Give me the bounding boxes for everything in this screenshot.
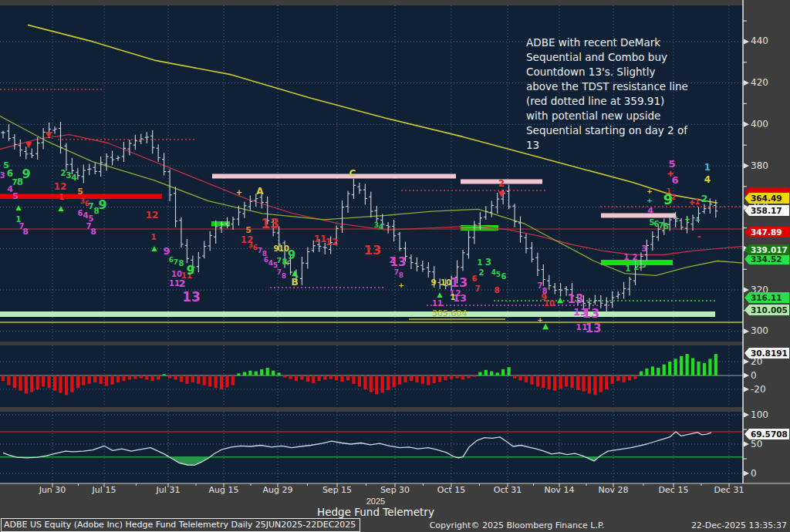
svg-text:5: 5 <box>496 271 501 278</box>
svg-text:▼: ▼ <box>25 140 32 150</box>
y-axis-label: 0 <box>751 469 788 479</box>
svg-text:C: C <box>349 168 356 179</box>
svg-text:4: 4 <box>83 211 89 220</box>
svg-text:7: 7 <box>475 285 481 293</box>
svg-text:1: 1 <box>478 258 483 267</box>
svg-text:4: 4 <box>379 223 383 231</box>
svg-text:9: 9 <box>187 264 194 278</box>
svg-text:4: 4 <box>71 173 77 183</box>
price-tag-69.5708: 69.5708 <box>744 429 789 439</box>
svg-text:▲: ▲ <box>59 204 64 212</box>
x-axis-label: Jul 31 <box>141 485 195 495</box>
svg-text:8: 8 <box>22 227 29 237</box>
svg-text:▼: ▼ <box>498 189 505 199</box>
svg-text:10: 10 <box>544 299 555 308</box>
svg-text:4: 4 <box>704 174 711 185</box>
svg-text:3: 3 <box>485 257 491 268</box>
price-tag-30.8191: 30.8191 <box>744 348 789 359</box>
svg-text:9: 9 <box>98 197 106 212</box>
svg-text:8: 8 <box>90 227 96 237</box>
svg-text:2: 2 <box>634 263 640 271</box>
y-axis-label: 100 <box>751 410 788 420</box>
svg-text:2: 2 <box>701 193 707 204</box>
svg-text:13: 13 <box>261 216 279 231</box>
svg-text:13: 13 <box>453 292 467 304</box>
bloomberg-chart-window: 305.60453678945▲178▼▼23412153664578978▲1… <box>0 0 790 532</box>
svg-text:+: + <box>694 216 701 224</box>
svg-text:5: 5 <box>12 191 19 201</box>
chart-title: Hedge Fund Telemetry <box>260 506 491 518</box>
x-axis-label: Sep 15 <box>310 485 364 495</box>
svg-text:2: 2 <box>61 169 66 177</box>
svg-text:+: + <box>647 187 653 195</box>
footer-timestamp: 22-Dec-2025 13:35:37 <box>691 520 787 530</box>
svg-text:6: 6 <box>7 168 13 179</box>
price-tag-358.17: 358.17 <box>744 205 789 216</box>
x-axis-label: Sep 30 <box>368 485 422 495</box>
analyst-note: ADBE with recent DeMark Sequential and C… <box>526 35 758 153</box>
y-axis-label: 300 <box>751 326 788 336</box>
x-axis-label: Nov 28 <box>586 485 640 495</box>
pink-band-1 <box>212 174 456 179</box>
svg-text:6: 6 <box>501 272 507 281</box>
svg-text:13: 13 <box>582 306 599 321</box>
svg-text:3: 3 <box>641 244 647 254</box>
svg-text:2: 2 <box>671 194 676 201</box>
svg-text:+: + <box>398 281 404 289</box>
price-tag-347.89: 347.89 <box>744 227 789 237</box>
svg-text:+: + <box>684 215 690 223</box>
svg-text:B: B <box>291 277 298 288</box>
x-axis-label: Oct 15 <box>424 485 478 495</box>
svg-text:1: 1 <box>624 253 630 261</box>
y-axis-label: 0 <box>751 371 788 381</box>
svg-text:▲: ▲ <box>542 322 549 330</box>
svg-text:▼: ▼ <box>46 130 52 140</box>
svg-text:8: 8 <box>495 286 500 295</box>
svg-text:▲: ▲ <box>557 295 563 304</box>
svg-text:A: A <box>256 186 264 197</box>
svg-text:7: 7 <box>277 257 282 264</box>
x-axis-label: Oct 31 <box>481 485 535 495</box>
svg-text:8: 8 <box>282 272 286 280</box>
svg-text:▲: ▲ <box>152 244 157 252</box>
svg-text:7: 7 <box>174 258 178 266</box>
svg-text:4: 4 <box>647 206 653 216</box>
y-axis-label: 420 <box>751 78 788 88</box>
svg-text:13: 13 <box>390 255 407 269</box>
x-axis-label: Nov 14 <box>532 485 586 495</box>
svg-text:13: 13 <box>364 243 381 258</box>
svg-text:5: 5 <box>668 158 675 170</box>
svg-text:1: 1 <box>704 162 711 173</box>
svg-text:1: 1 <box>59 193 65 201</box>
svg-text:8: 8 <box>399 271 403 279</box>
svg-text:✚: ✚ <box>689 199 695 207</box>
y-axis-label: 380 <box>751 161 788 171</box>
y-axis-label: 400 <box>751 120 788 130</box>
svg-text:13: 13 <box>568 292 584 306</box>
price-tag-364.49: 364.49 <box>744 193 789 204</box>
svg-text:2: 2 <box>498 178 505 189</box>
svg-text:+: + <box>236 188 242 197</box>
svg-text:9: 9 <box>163 245 170 257</box>
y-axis-label: -20 <box>751 385 788 395</box>
svg-text:+: + <box>285 259 291 267</box>
x-axis-label: Aug 15 <box>197 485 251 495</box>
svg-text:3: 3 <box>640 260 647 270</box>
x-axis-year: 2025 <box>349 497 403 506</box>
y-axis-label: 440 <box>751 36 788 46</box>
x-axis-label: Dec 31 <box>702 485 756 495</box>
svg-text:3: 3 <box>0 171 5 180</box>
support-band-305 <box>0 311 715 317</box>
svg-text:5: 5 <box>77 187 83 197</box>
svg-text:▲: ▲ <box>437 291 443 298</box>
price-tag-316.11: 316.11 <box>744 292 789 303</box>
svg-text:▲: ▲ <box>16 204 22 211</box>
svg-text:2: 2 <box>633 253 638 261</box>
svg-text:8: 8 <box>663 221 669 231</box>
svg-text:11: 11 <box>432 299 443 308</box>
svg-text:12: 12 <box>326 237 339 247</box>
svg-text:13: 13 <box>182 289 201 305</box>
price-tag-339.017: 339.017 <box>744 244 789 255</box>
svg-text:2: 2 <box>178 278 185 289</box>
svg-text:12: 12 <box>146 210 159 221</box>
